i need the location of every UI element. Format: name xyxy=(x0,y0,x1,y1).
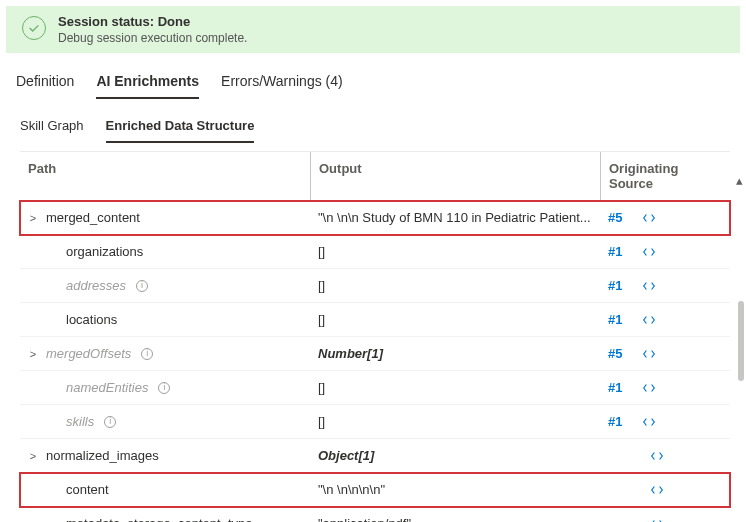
table-row[interactable]: locations[]#1 xyxy=(20,303,730,337)
scroll-up-icon[interactable]: ▴ xyxy=(734,173,744,189)
main-tabs: Definition AI Enrichments Errors/Warning… xyxy=(0,59,746,100)
checkmark-icon xyxy=(22,16,46,40)
sub-tabs: Skill Graph Enriched Data Structure xyxy=(0,100,746,143)
source-link[interactable]: #5 xyxy=(608,210,622,225)
table-row[interactable]: addressesi[]#1 xyxy=(20,269,730,303)
path-name: merged_content xyxy=(46,210,140,225)
source-link[interactable]: #1 xyxy=(608,380,622,395)
subtab-enriched-data[interactable]: Enriched Data Structure xyxy=(106,114,255,143)
source-link[interactable]: #1 xyxy=(608,312,622,327)
output-value: Number[1] xyxy=(310,337,600,370)
output-value: [] xyxy=(310,269,600,302)
tab-errors-warnings[interactable]: Errors/Warnings (4) xyxy=(221,69,343,99)
data-table: ▴ Path Output Originating Source >merged… xyxy=(20,151,730,522)
path-name: organizations xyxy=(66,244,143,259)
code-icon[interactable] xyxy=(642,415,656,429)
chevron-right-icon[interactable]: > xyxy=(26,348,40,360)
table-row[interactable]: >merged_content"\n \n\n Study of BMN 110… xyxy=(20,201,730,235)
code-icon[interactable] xyxy=(642,279,656,293)
table-header: Path Output Originating Source xyxy=(20,151,730,201)
table-row[interactable]: namedEntitiesi[]#1 xyxy=(20,371,730,405)
col-header-path[interactable]: Path xyxy=(20,152,310,200)
info-icon[interactable]: i xyxy=(136,280,148,292)
code-icon[interactable] xyxy=(650,449,664,463)
output-value: Object[1] xyxy=(310,439,600,472)
output-value: [] xyxy=(310,371,600,404)
status-subtitle: Debug session execution complete. xyxy=(58,31,247,45)
status-title: Session status: Done xyxy=(58,14,247,29)
col-header-source[interactable]: Originating Source xyxy=(600,152,700,200)
chevron-right-icon[interactable]: > xyxy=(26,450,40,462)
code-icon[interactable] xyxy=(650,483,664,497)
code-icon[interactable] xyxy=(642,211,656,225)
output-value: [] xyxy=(310,405,600,438)
path-name: locations xyxy=(66,312,117,327)
table-row[interactable]: >normalized_imagesObject[1] xyxy=(20,439,730,473)
path-name: namedEntities xyxy=(66,380,148,395)
output-value: "application/pdf" xyxy=(310,507,600,522)
path-name: skills xyxy=(66,414,94,429)
tab-definition[interactable]: Definition xyxy=(16,69,74,99)
info-icon[interactable]: i xyxy=(141,348,153,360)
tab-ai-enrichments[interactable]: AI Enrichments xyxy=(96,69,199,99)
code-icon[interactable] xyxy=(642,313,656,327)
status-banner: Session status: Done Debug session execu… xyxy=(6,6,740,53)
table-row[interactable]: metadata_storage_content_type"applicatio… xyxy=(20,507,730,522)
info-icon[interactable]: i xyxy=(158,382,170,394)
col-header-output[interactable]: Output xyxy=(310,152,600,200)
output-value: [] xyxy=(310,235,600,268)
chevron-right-icon[interactable]: > xyxy=(26,212,40,224)
output-value: "\n \n\n\n\n" xyxy=(310,473,600,506)
path-name: metadata_storage_content_type xyxy=(66,516,252,522)
code-icon[interactable] xyxy=(642,381,656,395)
code-icon[interactable] xyxy=(642,245,656,259)
subtab-skill-graph[interactable]: Skill Graph xyxy=(20,114,84,143)
source-link[interactable]: #1 xyxy=(608,244,622,259)
info-icon[interactable]: i xyxy=(104,416,116,428)
scrollbar-thumb[interactable] xyxy=(738,301,744,381)
source-link[interactable]: #1 xyxy=(608,278,622,293)
table-row[interactable]: >mergedOffsetsiNumber[1]#5 xyxy=(20,337,730,371)
table-row[interactable]: content"\n \n\n\n\n" xyxy=(20,473,730,507)
code-icon[interactable] xyxy=(642,347,656,361)
code-icon[interactable] xyxy=(650,517,664,523)
source-link[interactable]: #1 xyxy=(608,414,622,429)
table-row[interactable]: organizations[]#1 xyxy=(20,235,730,269)
path-name: mergedOffsets xyxy=(46,346,131,361)
path-name: addresses xyxy=(66,278,126,293)
source-link[interactable]: #5 xyxy=(608,346,622,361)
output-value: "\n \n\n Study of BMN 110 in Pediatric P… xyxy=(310,201,600,234)
output-value: [] xyxy=(310,303,600,336)
path-name: normalized_images xyxy=(46,448,159,463)
path-name: content xyxy=(66,482,109,497)
table-row[interactable]: skillsi[]#1 xyxy=(20,405,730,439)
